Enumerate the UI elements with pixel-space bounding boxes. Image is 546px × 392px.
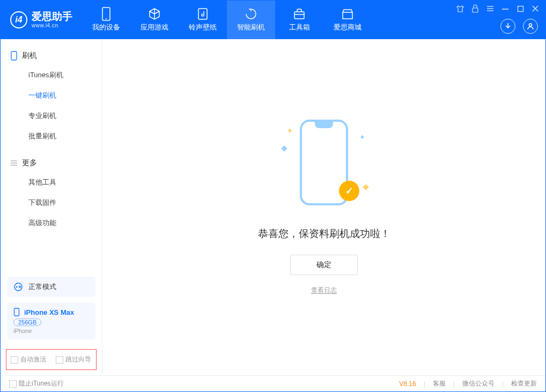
navtab-toolbox[interactable]: 工具箱	[275, 1, 323, 39]
store-icon	[341, 8, 354, 20]
menu-icon[interactable]	[485, 4, 495, 13]
svg-rect-3	[294, 12, 304, 19]
footer-link-support[interactable]: 客服	[433, 379, 446, 388]
close-icon[interactable]	[530, 4, 540, 13]
checkbox-block-itunes[interactable]: 阻止iTunes运行	[9, 379, 64, 388]
checkbox-auto-activate[interactable]: 自动激活	[11, 355, 46, 364]
refresh-shield-icon	[245, 8, 257, 20]
sidebar-item-advanced[interactable]: 高级功能	[1, 213, 102, 233]
phone-small-icon	[13, 308, 20, 316]
sidebar-item-batch-flash[interactable]: 批量刷机	[1, 126, 102, 146]
ok-button[interactable]: 确定	[290, 255, 358, 275]
svg-point-19	[16, 286, 18, 288]
version-label: V8.16	[399, 380, 416, 388]
navtab-label: 工具箱	[289, 23, 310, 32]
navtab-label: 爱思商城	[334, 23, 361, 32]
navtab-apps[interactable]: 应用游戏	[130, 1, 179, 39]
sidebar-tree: 刷机 iTunes刷机 一键刷机 专业刷机 批量刷机 更多 其他工具 下载固件 …	[1, 39, 102, 271]
navtab-label: 智能刷机	[237, 23, 265, 32]
sidebar-bottom-options: 自动激活 跳过向导	[6, 349, 97, 370]
maximize-icon[interactable]	[515, 4, 525, 13]
sidebar-item-other-tools[interactable]: 其他工具	[1, 172, 102, 193]
music-file-icon	[196, 8, 209, 20]
navtab-label: 铃声壁纸	[189, 23, 217, 32]
navtabs: 我的设备 应用游戏 铃声壁纸 智能刷机	[82, 1, 372, 39]
sidebar-item-oneclick-flash[interactable]: 一键刷机	[1, 85, 102, 106]
device-name: iPhone XS Max	[24, 308, 74, 316]
device-type-label: iPhone	[13, 328, 89, 334]
footer: 阻止iTunes运行 V8.16 | 客服 | 微信公众号 | 检查更新	[1, 375, 545, 391]
svg-point-13	[529, 24, 532, 26]
device-mode-box[interactable]: 正常模式	[7, 277, 95, 297]
sidebar-item-pro-flash[interactable]: 专业刷机	[1, 106, 102, 126]
toolbox-icon	[293, 8, 306, 20]
download-icon[interactable]	[500, 19, 515, 34]
sidebar-device-block: 正常模式 iPhone XS Max 256GB iPhone	[1, 271, 102, 345]
cube-icon	[148, 8, 161, 20]
minimize-icon[interactable]	[500, 4, 510, 13]
phone-icon	[100, 8, 113, 20]
svg-rect-10	[518, 6, 523, 11]
svg-point-20	[19, 286, 21, 288]
app-window: i4 爱思助手 www.i4.cn 我的设备 应用游戏	[0, 0, 546, 392]
navtab-device[interactable]: 我的设备	[82, 1, 130, 39]
app-title: 爱思助手	[32, 11, 72, 23]
logo-block: i4 爱思助手 www.i4.cn	[1, 1, 82, 39]
device-capacity-pill: 256GB	[13, 319, 41, 326]
success-message: 恭喜您，保资料刷机成功啦！	[258, 227, 390, 241]
navtab-label: 应用游戏	[141, 23, 168, 32]
lock-icon[interactable]	[470, 4, 480, 13]
footer-link-update[interactable]: 检查更新	[511, 379, 537, 388]
sidebar-item-itunes-flash[interactable]: iTunes刷机	[1, 65, 102, 85]
phone-outline-icon	[10, 51, 18, 61]
titlebar-controls	[455, 4, 540, 13]
navtab-ringtone[interactable]: 铃声壁纸	[179, 1, 227, 39]
device-mode-label: 正常模式	[28, 282, 56, 292]
main-panel: ✓ 恭喜您，保资料刷机成功啦！ 确定 查看日志	[102, 39, 545, 375]
logo-icon: i4	[10, 11, 27, 28]
success-illustration: ✓	[292, 120, 356, 211]
navtab-label: 我的设备	[92, 23, 120, 32]
list-icon	[10, 159, 18, 167]
sidebar: 刷机 iTunes刷机 一键刷机 专业刷机 批量刷机 更多 其他工具 下载固件 …	[1, 39, 102, 375]
app-subtitle: www.i4.cn	[32, 23, 72, 28]
svg-point-1	[106, 18, 107, 19]
check-badge-icon: ✓	[339, 181, 359, 201]
footer-right: V8.16 | 客服 | 微信公众号 | 检查更新	[399, 379, 537, 388]
checkbox-skip-wizard[interactable]: 跳过向导	[56, 355, 91, 364]
svg-rect-21	[14, 308, 19, 316]
device-info-box[interactable]: iPhone XS Max 256GB iPhone	[7, 302, 95, 339]
shirt-icon[interactable]	[455, 4, 465, 13]
body: 刷机 iTunes刷机 一键刷机 专业刷机 批量刷机 更多 其他工具 下载固件 …	[1, 39, 545, 375]
sidebar-group-more: 更多	[1, 154, 102, 172]
sync-icon	[13, 282, 23, 292]
header: i4 爱思助手 www.i4.cn 我的设备 应用游戏	[1, 1, 545, 39]
footer-link-wechat[interactable]: 微信公众号	[462, 379, 495, 388]
sidebar-group-flash: 刷机	[1, 47, 102, 65]
svg-rect-14	[11, 51, 17, 60]
user-icon[interactable]	[523, 19, 538, 34]
svg-rect-5	[473, 8, 478, 12]
view-log-link[interactable]: 查看日志	[311, 286, 337, 295]
sidebar-item-download-fw[interactable]: 下载固件	[1, 193, 102, 213]
navtab-store[interactable]: 爱思商城	[323, 1, 372, 39]
navtab-flash[interactable]: 智能刷机	[227, 1, 275, 39]
header-action-icons	[500, 19, 538, 34]
